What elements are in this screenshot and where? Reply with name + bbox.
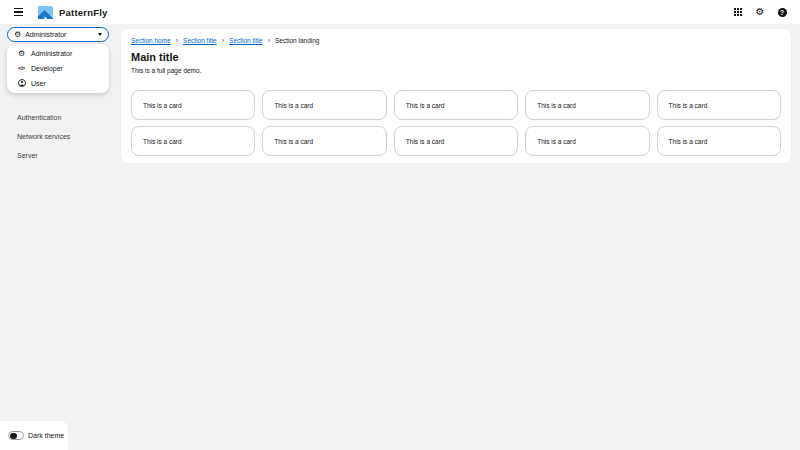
- sidebar-item-server[interactable]: Server: [17, 152, 38, 162]
- apps-grid-icon[interactable]: [732, 6, 744, 18]
- card[interactable]: This is a card: [394, 90, 518, 120]
- context-selector-value: Administrator: [25, 31, 94, 38]
- menu-item-developer[interactable]: </> Developer: [7, 61, 109, 76]
- card[interactable]: This is a card: [131, 90, 255, 120]
- chevron-right-icon: ›: [268, 37, 270, 44]
- patternfly-logo-icon: [36, 4, 55, 21]
- user-icon: [17, 79, 26, 89]
- card[interactable]: This is a card: [262, 126, 386, 156]
- context-selector-toggle[interactable]: ⚙ Administrator: [7, 27, 109, 42]
- breadcrumb-link-section-home[interactable]: Section home: [131, 37, 171, 44]
- card-grid: This is a card This is a card This is a …: [131, 90, 781, 156]
- masthead: PatternFly ⚙ ?: [0, 0, 800, 24]
- cogs-icon: ⚙: [17, 50, 26, 58]
- caret-down-icon: [98, 33, 102, 36]
- brand[interactable]: PatternFly: [36, 4, 107, 21]
- settings-gear-icon[interactable]: ⚙: [754, 6, 766, 18]
- page-title: Main title: [131, 51, 781, 63]
- card[interactable]: This is a card: [657, 90, 781, 120]
- breadcrumb-current-section-landing: Section landing: [275, 37, 319, 44]
- code-icon: </>: [17, 66, 26, 72]
- switch-knob: [10, 433, 17, 440]
- menu-item-label: Developer: [31, 65, 63, 72]
- cogs-icon: ⚙: [14, 31, 21, 39]
- breadcrumb-link-section-title-1[interactable]: Section title: [183, 37, 217, 44]
- card[interactable]: This is a card: [525, 90, 649, 120]
- card[interactable]: This is a card: [394, 126, 518, 156]
- apps-grid-glyph: [734, 8, 742, 16]
- gear-glyph: ⚙: [756, 7, 765, 17]
- chevron-right-icon: ›: [222, 37, 224, 44]
- menu-item-administrator[interactable]: ⚙ Administrator: [7, 46, 109, 61]
- sidebar-item-network-services[interactable]: Network services: [17, 133, 70, 143]
- page-subtitle: This is a full page demo.: [131, 67, 781, 74]
- nav-toggle-hamburger-icon[interactable]: [8, 4, 28, 20]
- theme-toggle-panel: Dark theme: [0, 421, 68, 450]
- card[interactable]: This is a card: [262, 90, 386, 120]
- menu-item-label: Administrator: [31, 50, 72, 57]
- menu-item-label: User: [31, 80, 46, 87]
- dark-theme-switch[interactable]: [8, 431, 24, 440]
- chevron-right-icon: ›: [176, 37, 178, 44]
- menu-item-user[interactable]: User: [7, 76, 109, 91]
- dark-theme-label: Dark theme: [28, 432, 64, 439]
- brand-name: PatternFly: [59, 7, 107, 18]
- main-content-panel: Section home › Section title › Section t…: [121, 29, 791, 163]
- breadcrumb: Section home › Section title › Section t…: [131, 36, 781, 44]
- help-icon[interactable]: ?: [776, 6, 788, 18]
- card[interactable]: This is a card: [131, 126, 255, 156]
- breadcrumb-link-section-title-2[interactable]: Section title: [229, 37, 263, 44]
- card[interactable]: This is a card: [657, 126, 781, 156]
- question-glyph: ?: [778, 8, 787, 17]
- context-selector-menu: ⚙ Administrator </> Developer User: [7, 44, 109, 93]
- sidebar-item-authentication[interactable]: Authentication: [17, 114, 61, 124]
- card[interactable]: This is a card: [525, 126, 649, 156]
